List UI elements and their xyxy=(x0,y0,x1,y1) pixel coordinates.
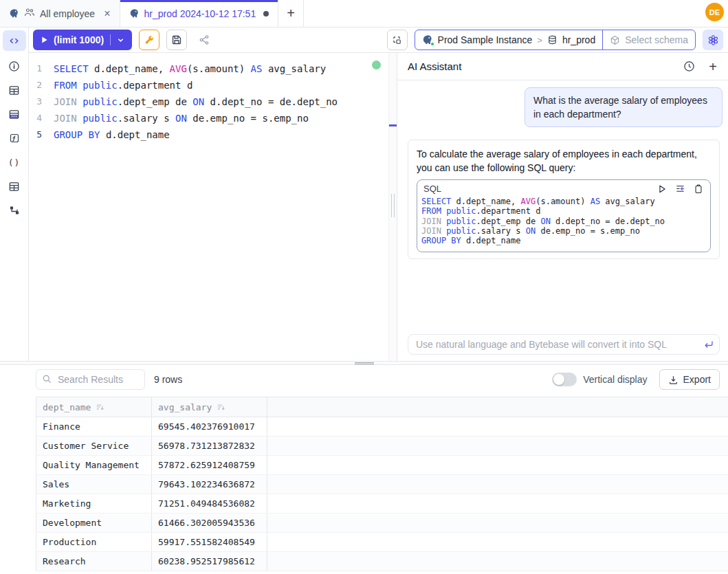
sql-editor-nav-button[interactable] xyxy=(3,30,26,51)
new-chat-button[interactable]: + xyxy=(709,60,717,74)
run-query-button[interactable]: (limit 1000) xyxy=(33,30,132,50)
result-cell[interactable]: Customer Service xyxy=(36,437,152,456)
ai-panel-title: AI Assistant xyxy=(408,60,461,72)
code-line[interactable]: SELECT d.dept_name, AVG(s.amount) AS avg… xyxy=(421,197,703,206)
result-cell[interactable]: 71251.049484536082 xyxy=(152,494,267,514)
result-cell[interactable]: 61466.302005943536 xyxy=(152,514,267,533)
result-cell[interactable]: Sales xyxy=(36,475,152,494)
splitter-grip[interactable] xyxy=(355,362,374,364)
row-count: 9 rows xyxy=(154,374,182,385)
table-row[interactable]: Marketing71251.049484536082 xyxy=(36,494,728,514)
sidebar-schema-diagram-button[interactable] xyxy=(7,203,22,217)
filler-cell xyxy=(267,533,728,552)
code-line[interactable]: GROUP BY d.dept_name xyxy=(421,236,703,245)
ai-chat-area: What is the average salary of employees … xyxy=(397,80,728,259)
result-cell[interactable]: Development xyxy=(36,514,152,533)
sidebar-procedures-button[interactable]: () xyxy=(7,155,22,169)
sort-icon[interactable] xyxy=(96,403,104,412)
result-cell[interactable]: 57872.625912408759 xyxy=(152,456,267,475)
table-header-row: dept_name avg_salary xyxy=(36,397,728,417)
table-grid-icon xyxy=(8,181,20,192)
code-line[interactable]: 3JOIN public.dept_emp de ON d.dept_no = … xyxy=(29,93,388,110)
result-cell[interactable]: Finance xyxy=(36,417,152,437)
tab-all-employee[interactable]: All employee × xyxy=(0,0,120,27)
avatar[interactable]: DE xyxy=(705,3,724,21)
postgres-elephant-icon xyxy=(422,34,433,45)
insert-into-editor-button[interactable] xyxy=(675,184,685,194)
sidebar-functions-button[interactable] xyxy=(7,131,22,145)
result-cell[interactable]: Marketing xyxy=(36,494,152,514)
chat-history-button[interactable] xyxy=(683,60,695,72)
enter-return-icon[interactable] xyxy=(703,339,714,350)
sidebar-external-tables-button[interactable] xyxy=(7,179,22,193)
sidebar-tables-button[interactable] xyxy=(7,83,22,97)
postgres-elephant-icon xyxy=(129,8,140,19)
result-cell[interactable]: 59917.551582408549 xyxy=(152,533,267,552)
table-row[interactable]: Production59917.551582408549 xyxy=(36,533,728,552)
database-icon xyxy=(547,35,558,45)
sidebar-sheet-data-button[interactable] xyxy=(7,107,22,121)
column-header-dept-name[interactable]: dept_name xyxy=(36,397,152,417)
code-line[interactable]: 5GROUP BY d.dept_name xyxy=(29,126,388,143)
line-number: 1 xyxy=(29,60,54,77)
table-row[interactable]: Development61466.302005943536 xyxy=(36,514,728,533)
export-button[interactable]: Export xyxy=(659,369,720,390)
filler-cell xyxy=(267,514,728,533)
admin-wrench-button[interactable] xyxy=(139,30,159,50)
clipboard-icon xyxy=(694,184,703,194)
left-sidebar: () xyxy=(0,27,29,361)
code-line[interactable]: FROM public.department d xyxy=(421,206,703,216)
postgres-elephant-icon xyxy=(9,8,19,19)
filler-cell xyxy=(267,494,728,514)
result-cell[interactable]: 79643.102234636872 xyxy=(152,475,267,494)
editor-code[interactable]: 1SELECT d.dept_name, AVG(s.amount) AS av… xyxy=(29,60,388,143)
table-row[interactable]: Sales79643.102234636872 xyxy=(36,475,728,494)
result-cell[interactable]: Production xyxy=(36,533,152,552)
sidebar-info-button[interactable] xyxy=(7,59,22,73)
result-cell[interactable]: Quality Management xyxy=(36,456,152,475)
ai-assistant-panel: AI Assistant + What is the average salar… xyxy=(397,53,728,361)
vertical-display-toggle[interactable] xyxy=(552,373,577,386)
new-tab-button[interactable]: + xyxy=(278,0,304,27)
results-panel: 9 rows Vertical display Export xyxy=(0,365,728,574)
table-row[interactable]: Quality Management57872.625912408759 xyxy=(36,456,728,475)
clock-icon xyxy=(683,60,695,72)
unsaved-dot xyxy=(263,11,269,16)
tab-label: hr_prod 2024-10-12 17:51 xyxy=(144,8,256,19)
filler-cell xyxy=(267,456,728,475)
result-cell[interactable]: Research xyxy=(36,552,152,571)
results-table-wrap: dept_name avg_salary xyxy=(36,397,728,571)
sql-editor[interactable]: 1SELECT d.dept_name, AVG(s.amount) AS av… xyxy=(29,53,388,361)
shared-people-icon xyxy=(24,7,35,20)
panel-layout-button[interactable] xyxy=(387,30,408,50)
select-schema-button[interactable]: Select schema xyxy=(603,30,695,49)
code-line[interactable]: 2FROM public.department d xyxy=(29,77,388,93)
sort-icon[interactable] xyxy=(217,403,225,412)
ai-response-text: To calculate the average salary of emplo… xyxy=(417,147,711,175)
table-row[interactable]: Customer Service56978.731213872832 xyxy=(36,437,728,456)
ai-prompt-input[interactable] xyxy=(408,334,720,355)
code-line[interactable]: 4JOIN public.salary s ON de.emp_no = s.e… xyxy=(29,110,388,126)
copy-code-button[interactable] xyxy=(694,184,703,194)
table-row[interactable]: Finance69545.402376910017 xyxy=(36,417,728,437)
ai-assistant-button[interactable] xyxy=(703,30,723,50)
instance-database-breadcrumb[interactable]: Prod Sample Instance > hr_prod xyxy=(415,30,603,49)
table-row[interactable]: Research60238.952517985612 xyxy=(36,552,728,571)
plus-icon: + xyxy=(287,5,295,21)
code-line[interactable]: 1SELECT d.dept_name, AVG(s.amount) AS av… xyxy=(29,60,388,77)
result-cell[interactable]: 69545.402376910017 xyxy=(152,417,267,437)
column-header-avg-salary[interactable]: avg_salary xyxy=(152,397,267,417)
run-snippet-button[interactable] xyxy=(657,184,667,194)
code-line[interactable]: JOIN public.salary s ON de.emp_no = s.em… xyxy=(421,226,703,236)
code-line[interactable]: JOIN public.dept_emp de ON d.dept_no = d… xyxy=(421,217,703,226)
splitter-grip[interactable] xyxy=(391,194,395,217)
share-button[interactable] xyxy=(194,30,214,50)
ai-sql-code: SELECT d.dept_name, AVG(s.amount) AS avg… xyxy=(417,195,710,252)
result-cell[interactable]: 56978.731213872832 xyxy=(152,437,267,456)
result-cell[interactable]: 60238.952517985612 xyxy=(152,552,267,571)
save-button[interactable] xyxy=(166,30,187,50)
toggle-knob xyxy=(553,374,564,385)
vertical-splitter[interactable] xyxy=(388,53,397,361)
close-icon[interactable]: × xyxy=(104,8,110,19)
tab-hr-prod[interactable]: hr_prod 2024-10-12 17:51 xyxy=(120,0,279,27)
